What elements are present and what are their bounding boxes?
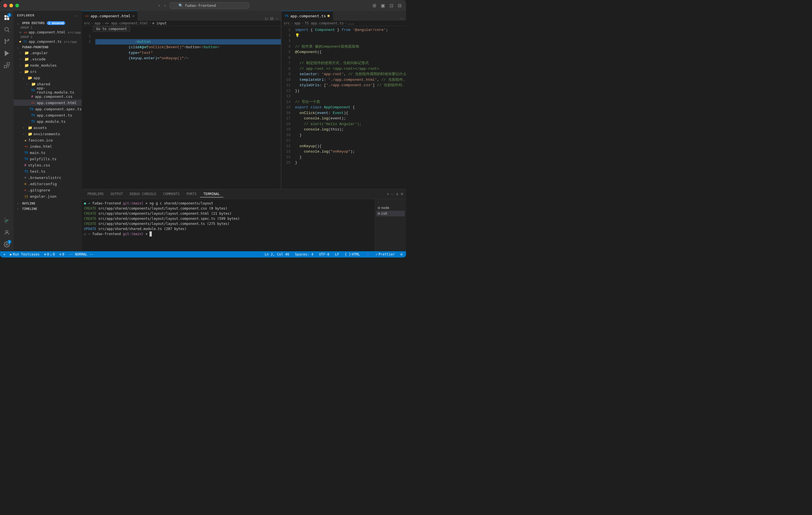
folder-icon: 📁 [28,132,32,136]
outline-section[interactable]: › OUTLINE [13,201,82,206]
sidebar-more-btn[interactable]: ··· [75,13,78,18]
tab-close-btn[interactable]: ✕ [132,14,134,18]
file-vscode[interactable]: › 📁 .vscode [13,56,82,62]
left-code-container[interactable]: 1 2 <button (click)="onClick($event)">bu… [82,32,281,189]
activity-extensions[interactable] [1,60,12,71]
file-app[interactable]: ⌄ 📂 app [13,74,82,81]
terminal-collapse-btn[interactable]: ∧ [396,192,399,196]
svg-line-5 [8,31,9,32]
rc-21 [295,138,406,144]
txt-icon: ≡ [24,176,26,180]
file-component-html[interactable]: › <> app.component.html [13,99,82,106]
layout-icon[interactable]: ⊞ [371,2,377,9]
activity-docker[interactable] [1,215,12,226]
rc-20: } [295,132,406,138]
right-more-btn[interactable]: ··· [400,16,406,21]
html-tab-icon: <> [85,14,89,18]
terminal-instance-node[interactable]: ⊟ node [376,205,405,211]
terminal-main[interactable]: ● → fudao-frontend git:(main) × ng g c s… [82,199,375,251]
status-encoding[interactable]: UTF-8 [318,252,330,256]
status-feedback[interactable]: ⊟ [400,252,404,256]
code-line-1: <button (click)="onClick($event)">button… [95,33,281,39]
file-angular[interactable]: › 📁 .angular [13,50,82,56]
activity-source-control[interactable] [1,36,12,47]
file-test-ts[interactable]: › TS test.ts [13,168,82,174]
activity-run[interactable] [1,48,12,59]
status-ports[interactable]: ⊙ 0 [58,252,65,256]
file-styles-css[interactable]: › # styles.css [13,162,82,168]
split-btn[interactable]: ⊟ [270,16,273,21]
file-angular-json[interactable]: › {} angular.json [13,193,82,200]
file-assets[interactable]: › 📁 assets [13,124,82,131]
tab-comments[interactable]: COMMENTS [160,191,183,197]
minimize-button[interactable] [9,4,13,7]
breadcrumb-input[interactable]: ⊙ input [152,21,167,25]
terminal-add-btn[interactable]: + [387,192,389,196]
open-editors-ts[interactable]: TS app.component.ts src/app [13,39,82,44]
back-button[interactable]: ‹ [157,3,162,8]
forward-button[interactable]: › [163,3,168,8]
tab-app-component-html[interactable]: <> app.component.html ✕ [82,11,138,21]
tab-output[interactable]: OUTPUT [107,191,126,197]
more-btn[interactable]: ··· [275,16,279,21]
ts-icon: TS [30,107,33,111]
file-component-css[interactable]: › # app.component.css [13,93,82,99]
project-section[interactable]: ⌄ FUDAO-FRONTEND [13,44,82,50]
activity-search[interactable] [1,24,12,35]
close-icon[interactable]: ✕ [19,30,21,34]
status-run-testcases[interactable]: ▶ Run Testcases [9,252,40,256]
file-routing[interactable]: › TS app-routing.module.ts [13,87,82,93]
svg-rect-3 [7,18,9,20]
status-eol[interactable]: LF [334,252,340,256]
activity-explorer[interactable]: 1 [1,12,12,23]
file-browserslist[interactable]: › ≡ .browserslistrc [13,174,82,181]
right-code-container[interactable]: 12345 678910 1112131415 1617181920 21222… [282,26,406,189]
tab-ports[interactable]: PORTS [183,191,200,197]
terminal-close-btn[interactable]: ✕ [400,192,404,196]
open-editors-html[interactable]: ✕ <> app.component.html src/app [13,30,82,35]
maximize-button[interactable] [15,4,19,7]
file-gitignore[interactable]: › ⊙ .gitignore [13,187,82,193]
status-errors[interactable]: ⊗ 0 ⚠ 0 [43,252,56,256]
layout2-icon[interactable]: ⊟ [397,2,403,9]
left-code-content[interactable]: <button (click)="onClick($event)">button… [93,32,281,189]
file-node-modules[interactable]: › 📁 node_modules [13,62,82,68]
status-spaces[interactable]: Spaces: 4 [294,252,315,256]
close-button[interactable] [3,4,7,7]
file-favicon[interactable]: › ★ favicon.ico [13,137,82,143]
terminal-more-btn[interactable]: ··· [391,192,394,196]
file-main-ts[interactable]: › TS main.ts [13,149,82,156]
file-component-ts[interactable]: › TS app.component.ts [13,112,82,118]
run-label: Run Testcases [13,252,39,256]
sidebar-icon[interactable]: ▣ [380,2,386,9]
error-icon: ⊗ [44,252,46,256]
status-prettier[interactable]: ✓ Prettier [375,252,396,256]
status-vscode-icon[interactable]: ✕ [2,252,6,256]
right-code-content[interactable]: import { Component } from '@angular/core… [293,26,406,189]
file-src[interactable]: ⌄ 📂 src [13,68,82,74]
run-btn[interactable]: ▷ [265,16,268,21]
file-polyfills[interactable]: › TS polyfills.ts [13,156,82,162]
tab-problems[interactable]: PROBLEMS [84,191,107,197]
rc-18: // alert('Hello Angular'); [295,121,406,127]
file-environments[interactable]: › 📁 environments [13,131,82,137]
status-position[interactable]: Ln 2, Col 46 [264,252,291,256]
status-account2[interactable]: 👤 [365,252,371,256]
open-editors-section[interactable]: ⌄ OPEN EDITORS 1 unsaved [13,20,82,26]
file-index-html[interactable]: › <> index.html [13,143,82,149]
search-bar[interactable]: 🔍 fudao-frontend [170,2,249,9]
tab-debug-console[interactable]: DEBUG CONSOLE [126,191,160,197]
status-language[interactable]: { } HTML [344,252,361,256]
terminal-instance-zsh[interactable]: ⊟ zsh [376,211,405,216]
activity-account[interactable] [1,227,12,238]
language-label: HTML [352,252,360,256]
file-module[interactable]: › TS app.module.ts [13,118,82,124]
tab-terminal[interactable]: TERMINAL [200,191,223,198]
file-component-spec[interactable]: › TS app.component.spec.ts [13,106,82,112]
timeline-section[interactable]: › TIMELINE [13,206,82,211]
file-editorconfig[interactable]: › ⚙ .editorconfig [13,181,82,187]
tab-app-component-ts[interactable]: TS app.component.ts [282,11,333,21]
status-right: Ln 2, Col 46 Spaces: 4 UTF-8 LF { } HTML… [264,252,404,256]
activity-settings[interactable]: 1 [1,239,12,250]
panel-icon[interactable]: ⊡ [388,2,395,9]
